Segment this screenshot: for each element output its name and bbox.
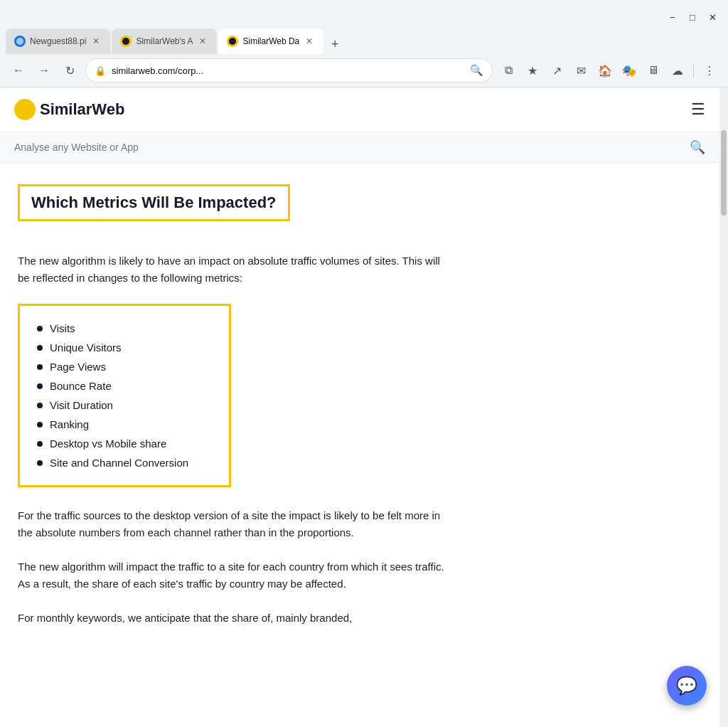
close-button[interactable]: ✕ xyxy=(705,10,719,24)
refresh-button[interactable]: ↻ xyxy=(60,60,80,80)
tab-newguest[interactable]: Newguest88.pi ✕ xyxy=(6,28,110,54)
toolbar-icons: ⧉ ★ ↗ ✉ 🏠 🎭 🖥 ☁ ⋮ xyxy=(498,60,719,80)
bookmark-icon[interactable]: ★ xyxy=(523,60,542,80)
body-paragraph-2: The new algorithm will impact the traffi… xyxy=(18,558,451,593)
section-title-wrapper: Which Metrics Will Be Impacted? xyxy=(18,184,451,238)
intro-text: The new algorithm is likely to have an i… xyxy=(18,253,451,287)
home-icon[interactable]: 🏠 xyxy=(595,60,615,80)
svg-point-2 xyxy=(229,38,236,45)
address-search-icon[interactable]: 🔍 xyxy=(470,64,483,77)
search-input[interactable] xyxy=(14,142,690,153)
bullet-icon xyxy=(37,383,43,389)
metric-unique-visitors: Unique Visitors xyxy=(50,341,122,354)
tabs-bar: Newguest88.pi ✕ SimilarWeb's A ✕ Similar… xyxy=(0,28,728,54)
tab-favicon-3 xyxy=(227,36,238,47)
list-item: Visits xyxy=(37,319,212,338)
chat-icon: 💬 xyxy=(676,676,697,696)
metric-ranking: Ranking xyxy=(50,418,89,430)
list-item: Desktop vs Mobile share xyxy=(37,434,212,453)
list-item: Ranking xyxy=(37,415,212,434)
page-content: SimilarWeb ☰ 🔍 Which Metrics Will Be Imp… xyxy=(0,87,719,727)
menu-icon[interactable]: ⋮ xyxy=(700,60,719,80)
tab-close-2[interactable]: ✕ xyxy=(197,36,208,47)
bullet-icon xyxy=(37,460,43,466)
svg-point-0 xyxy=(16,38,23,45)
cloud-icon[interactable]: ☁ xyxy=(668,60,687,80)
site-logo[interactable]: SimilarWeb xyxy=(14,99,124,120)
svg-point-5 xyxy=(22,107,28,112)
address-bar[interactable]: 🔒 similarweb.com/corp... 🔍 xyxy=(85,58,493,83)
minimize-button[interactable]: − xyxy=(665,10,680,24)
scrollbar-track[interactable] xyxy=(719,87,728,727)
tab-close-1[interactable]: ✕ xyxy=(90,36,102,47)
list-item: Unique Visitors xyxy=(37,338,212,357)
new-tab-button[interactable]: + xyxy=(325,34,345,54)
list-item: Site and Channel Conversion xyxy=(37,453,212,472)
body-paragraph-1: For the traffic sources to the desktop v… xyxy=(18,507,451,541)
downloads-icon[interactable]: ↗ xyxy=(547,60,567,80)
url-text: similarweb.com/corp... xyxy=(112,65,464,76)
toolbar-divider xyxy=(693,63,694,78)
bullet-icon xyxy=(37,364,43,370)
bullet-icon xyxy=(37,345,43,351)
tab-label-1: Newguest88.pi xyxy=(30,36,86,46)
tab-similarweb-da[interactable]: SimilarWeb Da ✕ xyxy=(218,28,323,54)
screen-icon[interactable]: 🖥 xyxy=(643,60,663,80)
tab-favicon-1 xyxy=(14,36,26,47)
logo-text: SimilarWeb xyxy=(40,100,124,119)
restore-button[interactable]: □ xyxy=(685,10,700,24)
metrics-box: Visits Unique Visitors Page Views Bounce… xyxy=(18,304,231,487)
metric-page-views: Page Views xyxy=(50,361,106,373)
list-item: Page Views xyxy=(37,357,212,376)
metrics-list: Visits Unique Visitors Page Views Bounce… xyxy=(37,319,212,472)
search-bar[interactable]: 🔍 xyxy=(0,132,719,163)
tab-similarweb-a[interactable]: SimilarWeb's A ✕ xyxy=(112,28,217,54)
bullet-icon xyxy=(37,403,43,408)
metric-visits: Visits xyxy=(50,322,75,334)
back-button[interactable]: ← xyxy=(9,60,28,80)
page-wrapper: SimilarWeb ☰ 🔍 Which Metrics Will Be Imp… xyxy=(0,87,728,727)
metric-site-channel: Site and Channel Conversion xyxy=(50,457,188,469)
list-item: Bounce Rate xyxy=(37,376,212,396)
window-controls: − □ ✕ xyxy=(665,10,719,24)
tab-label-2: SimilarWeb's A xyxy=(136,36,193,46)
tab-favicon-2 xyxy=(120,36,132,47)
site-header: SimilarWeb ☰ xyxy=(0,87,719,132)
bullet-icon xyxy=(37,422,43,428)
tab-label-3: SimilarWeb Da xyxy=(242,36,299,46)
search-icon[interactable]: 🔍 xyxy=(690,139,705,155)
metric-desktop-mobile: Desktop vs Mobile share xyxy=(50,437,166,450)
forward-button[interactable]: → xyxy=(34,60,54,80)
metric-visit-duration: Visit Duration xyxy=(50,399,113,411)
chat-bubble[interactable]: 💬 xyxy=(667,666,707,706)
navigation-bar: ← → ↻ 🔒 similarweb.com/corp... 🔍 ⧉ ★ ↗ ✉… xyxy=(0,54,728,87)
bullet-icon xyxy=(37,441,43,447)
section-title: Which Metrics Will Be Impacted? xyxy=(18,184,290,221)
bullet-icon xyxy=(37,326,43,331)
tab-close-3[interactable]: ✕ xyxy=(304,36,315,47)
games-icon[interactable]: 🎭 xyxy=(619,60,639,80)
browser-chrome: − □ ✕ Newguest88.pi ✕ SimilarWeb's A ✕ xyxy=(0,0,728,87)
title-bar: − □ ✕ xyxy=(0,0,728,28)
list-item: Visit Duration xyxy=(37,396,212,415)
hamburger-menu[interactable]: ☰ xyxy=(691,100,705,119)
lock-icon: 🔒 xyxy=(95,65,106,76)
logo-icon xyxy=(14,99,36,120)
extensions-icon[interactable]: ⧉ xyxy=(498,60,518,80)
scrollbar-thumb[interactable] xyxy=(721,130,727,216)
article-content: Which Metrics Will Be Impacted? The new … xyxy=(0,163,469,665)
metric-bounce-rate: Bounce Rate xyxy=(50,380,112,392)
body-paragraph-3: For monthly keywords, we anticipate that… xyxy=(18,610,451,627)
email-icon[interactable]: ✉ xyxy=(571,60,591,80)
svg-point-1 xyxy=(122,38,129,45)
